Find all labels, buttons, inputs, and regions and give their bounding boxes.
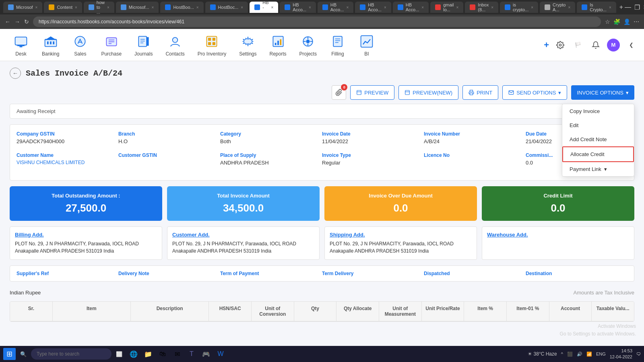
invoice-detail-row-1: Company GSTIN 29AADCK7940H000 Branch H.O… xyxy=(17,131,627,144)
taskbar-clock: 14:53 12-04-2022 xyxy=(610,348,632,360)
shipping-address-title[interactable]: Shipping Add. xyxy=(330,232,472,238)
taskbar-word-icon[interactable]: W xyxy=(215,348,227,360)
extension-icon[interactable]: 🧩 xyxy=(613,19,620,25)
col-item: Item xyxy=(53,302,131,321)
svg-rect-27 xyxy=(275,43,276,45)
tab-hb1[interactable]: HostBoo... × xyxy=(160,2,203,13)
svg-rect-44 xyxy=(470,93,473,95)
status-bar: Awaiting Receipt xyxy=(10,104,634,119)
collapse-icon[interactable]: ❮ xyxy=(625,39,638,51)
taskbar-game-icon[interactable]: 🎮 xyxy=(200,348,212,360)
new-tab-button[interactable]: + xyxy=(619,4,623,11)
tab-content[interactable]: Content × xyxy=(44,2,82,13)
toolbar-desk[interactable]: Desk xyxy=(6,30,35,60)
toolbar-banking[interactable]: Banking xyxy=(35,30,66,60)
customer-address-title[interactable]: Customer Add. xyxy=(172,232,314,238)
preview-button[interactable]: PREVIEW xyxy=(350,85,394,100)
back-button[interactable]: ← xyxy=(10,68,21,79)
profile-icon[interactable]: 👤 xyxy=(623,19,630,25)
print-button[interactable]: PRINT xyxy=(462,85,498,100)
back-nav-button[interactable]: ← xyxy=(5,19,10,25)
projects-icon xyxy=(300,33,316,49)
toolbar-filling[interactable]: Filling xyxy=(323,30,352,60)
tab-ms2[interactable]: Microsof... × xyxy=(116,2,159,13)
journals-icon xyxy=(136,33,152,49)
invoice-options-button[interactable]: INVOICE OPTIONS ▾ xyxy=(571,85,634,100)
warehouse-address-title[interactable]: Warehouse Add. xyxy=(487,232,629,238)
flag-icon[interactable]: 🏳️ xyxy=(572,39,584,51)
tab-hbacc3[interactable]: HB Acco... × xyxy=(355,2,391,13)
toolbar-settings[interactable]: Settings xyxy=(233,30,263,60)
weather-widget: ☀ 38°C Haze xyxy=(528,351,557,357)
credit-limit-card: Credit Limit 0.0 xyxy=(482,186,634,221)
toolbar-reports[interactable]: Reports xyxy=(263,30,293,60)
tab-inbox[interactable]: Inbox (8... × xyxy=(465,2,498,13)
tab-crypto1[interactable]: is crypto... × xyxy=(500,2,538,13)
billing-address-title[interactable]: Billing Add. xyxy=(15,232,157,238)
user-avatar[interactable]: M xyxy=(607,39,620,51)
main-content: ← Sales Invoice A/B/24 0 PREVIEW PREVIEW… xyxy=(0,61,644,362)
toolbar-projects[interactable]: Projects xyxy=(293,30,323,60)
svg-point-19 xyxy=(173,37,178,43)
tab-iscrypto[interactable]: Is Crypto... × xyxy=(577,2,616,13)
taskbar-search-input[interactable] xyxy=(31,348,111,360)
toolbar-purchase[interactable]: Purchase xyxy=(95,30,128,60)
tab-hb-active[interactable]: HB - ... × xyxy=(250,2,278,13)
taskbar-explorer-icon[interactable]: 📁 xyxy=(142,348,154,360)
status-text: Awaiting Receipt xyxy=(17,108,56,114)
taskbar-chevron-up[interactable]: ^ xyxy=(561,352,563,356)
forward-nav-button[interactable]: → xyxy=(14,19,20,25)
add-button[interactable]: + xyxy=(544,40,549,50)
invoice-number-col: Invoice Number A/B/24 xyxy=(424,131,526,144)
taskbar-mail-icon[interactable]: ✉ xyxy=(171,348,183,360)
filling-icon xyxy=(330,33,346,49)
taskbar-store-icon[interactable]: 🛍 xyxy=(157,348,169,360)
tab-hb2[interactable]: HostBoc... × xyxy=(205,2,248,13)
notification-icon[interactable] xyxy=(589,39,602,51)
svg-rect-1 xyxy=(17,45,25,46)
tab-hbacc2[interactable]: HB Acco... × xyxy=(318,2,353,13)
tab-howto[interactable]: how to ... × xyxy=(84,2,114,13)
menu-icon[interactable]: ⋯ xyxy=(634,19,639,25)
toolbar-sales[interactable]: Sales xyxy=(66,30,95,60)
projects-label: Projects xyxy=(299,51,317,57)
tab-hbacc1[interactable]: HB Acco... × xyxy=(280,2,316,13)
payment-link-item[interactable]: Payment Link ▾ xyxy=(562,162,634,176)
tab-hbacc4[interactable]: HB Acco... × xyxy=(393,2,429,13)
reload-button[interactable]: ↻ xyxy=(24,19,29,25)
company-gstin-col: Company GSTIN 29AADCK7940H000 xyxy=(17,131,118,144)
taskbar-teams-icon[interactable]: T xyxy=(186,348,198,360)
toolbar-bi[interactable]: BI xyxy=(352,30,381,60)
start-button[interactable]: ⊞ xyxy=(3,348,16,360)
attachment-button[interactable]: 0 xyxy=(332,85,346,100)
tab-gmail[interactable]: gmail lo... × xyxy=(430,2,463,13)
tab-crypto2[interactable]: Crypto A... × xyxy=(540,2,575,13)
copy-invoice-item[interactable]: Copy Invoice xyxy=(562,104,634,118)
toolbar-pro-inventory[interactable]: Pro Inventory xyxy=(191,30,233,60)
edit-item[interactable]: Edit xyxy=(562,118,634,132)
restore-button[interactable]: ❐ xyxy=(634,4,640,11)
taskbar-task-view[interactable]: ⬜ xyxy=(113,348,125,360)
preview-new-button[interactable]: PREVIEW(NEW) xyxy=(398,85,458,100)
taskbar-system-tray: ☀ 38°C Haze ^ ⬛ 🔊 📶 ENG 14:53 12-04-2022… xyxy=(528,348,641,360)
star-icon[interactable]: ☆ xyxy=(605,19,610,25)
allocate-credit-item[interactable]: Allocate Credit xyxy=(562,146,634,162)
taskbar-search-icon[interactable]: 🔍 xyxy=(17,348,29,360)
purchase-icon xyxy=(103,33,120,49)
add-credit-note-item[interactable]: Add Credit Note xyxy=(562,132,634,146)
term-payment-col: Term of Payment xyxy=(220,271,322,276)
tab-microsoft[interactable]: Microsof × xyxy=(3,2,42,13)
taskbar-app-icons: ⬜ 🌐 📁 🛍 ✉ T 🎮 W xyxy=(113,348,227,360)
taskbar-edge-icon[interactable]: 🌐 xyxy=(128,348,140,360)
url-input[interactable] xyxy=(33,16,601,27)
toolbar-contacts[interactable]: Contacts xyxy=(159,30,191,60)
send-options-button[interactable]: SEND OPTIONS ▾ xyxy=(502,85,567,100)
sales-icon xyxy=(72,33,88,49)
svg-rect-6 xyxy=(50,41,52,44)
minimize-button[interactable]: — xyxy=(625,4,631,11)
toolbar-journals[interactable]: Journals xyxy=(128,30,159,60)
gear-button[interactable] xyxy=(554,39,567,51)
invoice-options-dropdown: Copy Invoice Edit Add Credit Note Alloca… xyxy=(562,104,634,177)
contacts-label: Contacts xyxy=(165,51,184,57)
customer-gstin-col: Customer GSTIN xyxy=(118,152,220,166)
